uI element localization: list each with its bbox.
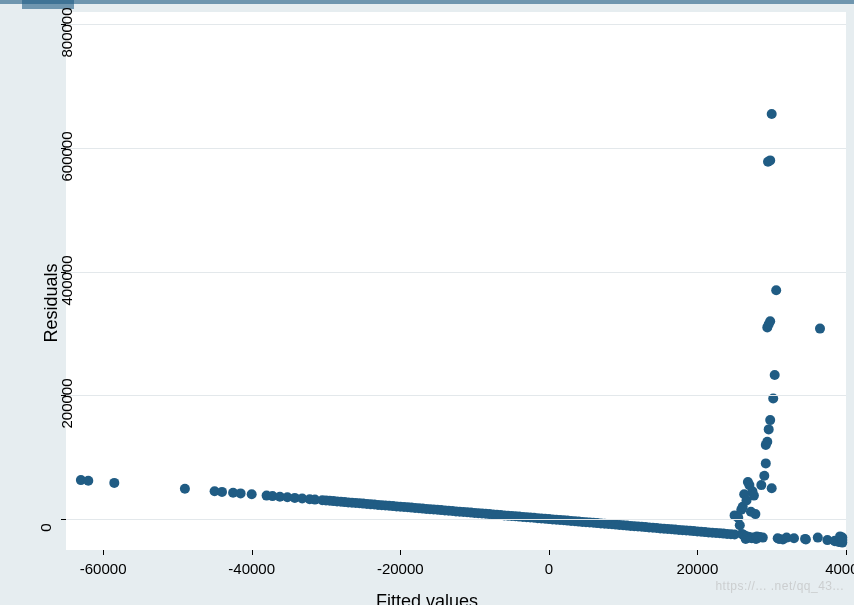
y-tick-label: 200000 — [58, 379, 75, 429]
top-frame-border — [0, 0, 854, 4]
x-tick-label: -40000 — [228, 560, 275, 577]
x-tick-label: -60000 — [80, 560, 127, 577]
x-axis-title: Fitted values — [376, 591, 478, 605]
data-point — [813, 533, 823, 543]
data-point — [789, 533, 799, 543]
x-tick-mark — [697, 550, 698, 555]
data-point — [761, 458, 771, 468]
data-point — [762, 437, 772, 447]
x-tick-mark — [400, 550, 401, 555]
gridline — [66, 24, 846, 25]
data-point — [217, 487, 227, 497]
gridline — [66, 148, 846, 149]
data-point — [815, 324, 825, 334]
data-point — [759, 471, 769, 481]
data-point — [767, 483, 777, 493]
x-tick-label: -20000 — [377, 560, 424, 577]
data-point — [83, 476, 93, 486]
y-tick-label: 0 — [37, 523, 54, 531]
x-tick-mark — [103, 550, 104, 555]
x-tick-label: 40000 — [825, 560, 854, 577]
x-tick-label: 0 — [545, 560, 553, 577]
x-tick-mark — [846, 550, 847, 555]
x-tick-mark — [549, 550, 550, 555]
data-point — [765, 415, 775, 425]
gridline — [66, 519, 846, 520]
y-tick-label: 800000 — [58, 8, 75, 58]
gridline — [66, 272, 846, 273]
data-point — [767, 109, 777, 119]
data-point — [180, 484, 190, 494]
data-point — [771, 285, 781, 295]
watermark: https://... .net/qq_43... — [715, 579, 844, 593]
data-point — [735, 520, 745, 530]
y-tick-label: 400000 — [58, 255, 75, 305]
data-point — [765, 316, 775, 326]
x-tick-label: 20000 — [677, 560, 719, 577]
chart-container: Residuals Fitted values https://... .net… — [0, 0, 854, 605]
data-point — [758, 533, 768, 543]
data-point — [756, 480, 766, 490]
plot-area — [66, 12, 846, 550]
data-point — [247, 489, 257, 499]
x-tick-mark — [252, 550, 253, 555]
data-point — [236, 488, 246, 498]
y-tick-label: 600000 — [58, 132, 75, 182]
data-point — [764, 424, 774, 434]
data-point — [109, 478, 119, 488]
data-point — [749, 491, 759, 501]
data-point — [750, 509, 760, 519]
data-point — [765, 155, 775, 165]
scatter-points — [66, 12, 846, 550]
y-tick-mark — [61, 519, 66, 520]
data-point — [837, 535, 847, 545]
data-point — [770, 370, 780, 380]
gridline — [66, 395, 846, 396]
data-point — [801, 535, 811, 545]
